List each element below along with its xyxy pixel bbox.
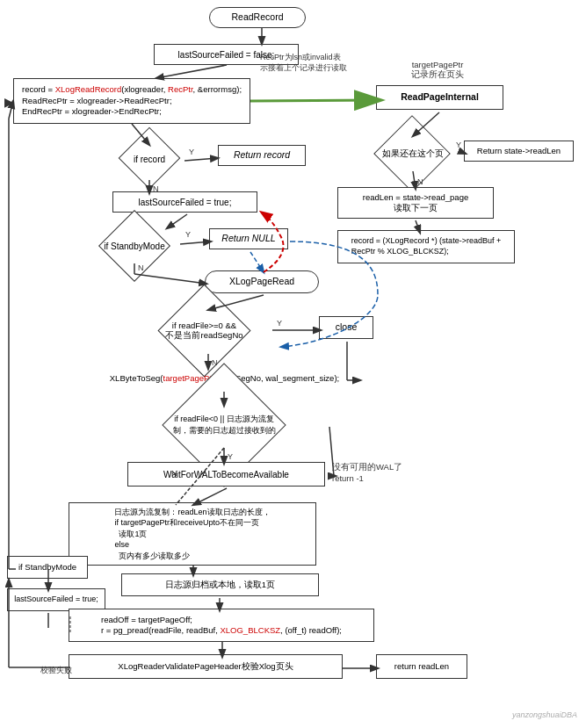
node-waitforwal: WaitForWALToBecomeAvailable [127, 462, 325, 487]
svg-text:Y: Y [185, 230, 191, 239]
node-return-readlen: return readLen [376, 654, 467, 679]
node-close: close [319, 316, 373, 339]
svg-line-11 [134, 274, 206, 284]
diagram-container: Y N Y N Y N Y [0, 0, 586, 728]
annotation-targetpageptr: targetPagePtr记录所在页头 [376, 60, 499, 81]
diamond-condition2: if readFile<0 || 日志源为流复制，需要的日志超过接收到的 [114, 400, 334, 450]
node-return-null: Return NULL [209, 228, 288, 249]
svg-line-14 [250, 100, 378, 101]
node-record-calc: record = (XLogRecord *) (state->readBuf … [337, 230, 515, 263]
node-return-record: Return record [218, 145, 306, 166]
start-node: ReadRecord [209, 7, 306, 28]
svg-text:Y: Y [189, 148, 194, 156]
node-readlen-desc: 日志源为流复制：readLen读取日志的长度，if targetPagePtr和… [69, 502, 316, 566]
node-archive-local: 日志源归档或本地，读取1页 [121, 573, 319, 596]
watermark: yanzongshuaiDBA [512, 710, 577, 719]
node-xlogreadrecord: record = XLogReadRecord(xlogreader, RecP… [13, 78, 250, 124]
node-xlogpageread: XLogPageRead [205, 270, 319, 293]
label-no-wal: 没有可用的WAL了return -1 [332, 462, 455, 483]
node-validate: XLogReaderValidatePageHeader校验Xlog页头 [69, 654, 343, 679]
diamond-same-page: 如果还在这个页 [362, 132, 463, 176]
left-arrow-indicator: ▶ [4, 95, 14, 109]
node-readpageinternal: ReadPageInternal [376, 85, 503, 110]
diamond-standbymode-1: if StandbyMode [86, 224, 183, 268]
diamond-if-record: if record [112, 141, 186, 177]
node-readoff: readOff = targetPageOff;r = pg_pread(rea… [69, 609, 374, 642]
svg-text:Y: Y [277, 319, 282, 328]
label-checkfail: 校验失败 [40, 665, 72, 676]
svg-line-1 [156, 65, 227, 78]
svg-line-8 [180, 241, 211, 244]
svg-line-3 [184, 158, 218, 161]
svg-line-13 [250, 252, 264, 272]
node-if-standby2: if StandbyMode [7, 556, 88, 579]
node-return-state-readlen: Return state->readLen [464, 141, 574, 162]
node-readlen-readpage: readLen = state->read_page读取下一页 [337, 187, 494, 219]
diamond-readfile: if readFile>=0 &&不是当前readSegNo [136, 306, 272, 357]
